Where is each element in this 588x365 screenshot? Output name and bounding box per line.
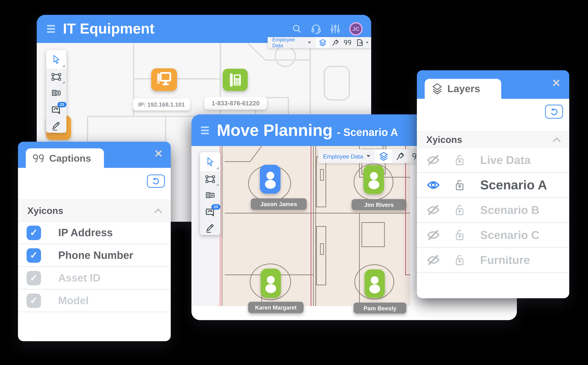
- caption-row-ip-address: ✓ IP Address: [18, 222, 171, 244]
- tool-flyout-marker: [62, 81, 65, 84]
- undo-icon: [550, 107, 559, 116]
- eye-off-icon[interactable]: [426, 254, 440, 266]
- captions-panel: Captions ✕ Xyicons ✓ IP Address ✓ Phone …: [18, 142, 171, 341]
- layers-tab[interactable]: Layers: [425, 79, 501, 99]
- unlock-icon[interactable]: [454, 154, 465, 166]
- move-window-subtitle: - Scenario A: [337, 126, 398, 139]
- select-tool[interactable]: [200, 152, 220, 171]
- markup-pencil-tool[interactable]: [200, 220, 220, 235]
- requests-count-badge: 23: [211, 204, 220, 210]
- layers-toggle-button[interactable]: [316, 37, 329, 48]
- requests-count-badge: 23: [57, 102, 66, 107]
- section-title: Xyicons: [426, 134, 462, 145]
- employee-xyicon-karen-margaret[interactable]: [261, 269, 281, 298]
- menu-icon[interactable]: [47, 25, 55, 33]
- tool-flyout-marker: [62, 64, 65, 67]
- employee-name-tag: Pam Beesly: [354, 302, 406, 314]
- eye-visible-icon[interactable]: [426, 179, 440, 191]
- undo-button[interactable]: [545, 105, 563, 119]
- captions-tab-label: Captions: [49, 153, 91, 164]
- filters-icon[interactable]: [330, 24, 340, 34]
- eye-off-icon[interactable]: [426, 229, 440, 241]
- chevron-up-icon[interactable]: [552, 137, 561, 142]
- employee-name-tag: Jason James: [251, 198, 307, 210]
- undo-button[interactable]: [147, 175, 165, 188]
- data-source-dropdown[interactable]: Employee Data: [318, 149, 375, 163]
- phone-xyicon[interactable]: [223, 69, 248, 91]
- unlock-icon[interactable]: [454, 229, 465, 241]
- computer-xyicon[interactable]: [151, 68, 177, 91]
- chevron-down-icon: [308, 42, 311, 43]
- xyicon-caption: 1-833-876-61220: [204, 97, 267, 110]
- unlock-icon[interactable]: [454, 179, 465, 191]
- eye-off-icon[interactable]: [426, 204, 440, 216]
- close-icon[interactable]: ✕: [552, 78, 561, 89]
- employee-name-tag: Jim Rivers: [352, 199, 406, 210]
- caption-row-model: ✓ Model: [18, 290, 171, 312]
- unlock-icon[interactable]: [454, 254, 465, 266]
- markup-pencil-tool[interactable]: [46, 118, 66, 133]
- format-painter-icon[interactable]: [329, 37, 342, 48]
- it-mini-toolbar: Employee Data: [268, 37, 371, 48]
- search-icon[interactable]: [292, 24, 302, 34]
- employee-name-tag: Karen Margaret: [248, 302, 304, 313]
- xyicon-caption: IP: 192.168.1.101: [133, 98, 190, 111]
- captions-toggle-icon[interactable]: [342, 37, 354, 48]
- chevron-down-icon: [366, 155, 370, 157]
- it-tool-palette: 23: [46, 50, 66, 133]
- select-tool[interactable]: [46, 50, 66, 69]
- unlock-icon[interactable]: [454, 204, 465, 216]
- marquee-select-tool[interactable]: [200, 171, 220, 187]
- section-title: Xyicons: [27, 205, 63, 216]
- it-window-title: IT Equipment: [63, 21, 154, 37]
- captions-tab[interactable]: Captions: [26, 148, 104, 168]
- avatar[interactable]: JC: [349, 22, 363, 35]
- layers-toggle-button[interactable]: [375, 149, 392, 163]
- layers-panel: Layers ✕ Xyicons: [417, 70, 569, 298]
- catalog-add-tool[interactable]: [46, 85, 66, 101]
- checkbox-disabled-icon[interactable]: ✓: [27, 294, 41, 308]
- checkbox-checked-icon[interactable]: ✓: [27, 248, 41, 263]
- employee-xyicon-jason-james[interactable]: [260, 165, 280, 194]
- layer-row-live-data: Live Data: [417, 148, 569, 173]
- captions-quote-icon: [33, 154, 44, 163]
- captions-section-header[interactable]: Xyicons: [18, 199, 171, 222]
- stage: IT Equipment: [0, 0, 588, 365]
- layer-row-furniture: Furniture: [417, 248, 569, 273]
- employee-xyicon-jim-rivers[interactable]: [363, 165, 384, 194]
- export-menu-button[interactable]: [354, 37, 371, 48]
- checkbox-disabled-icon[interactable]: ✓: [27, 271, 41, 285]
- caption-row-asset-id: ✓ Asset ID: [18, 267, 171, 290]
- layer-row-scenario-a: Scenario A: [417, 173, 569, 198]
- refresh-requests-tool[interactable]: 23: [46, 101, 66, 118]
- layer-row-scenario-c: Scenario C: [417, 223, 569, 248]
- data-source-dropdown[interactable]: Employee Data: [268, 37, 316, 48]
- eye-off-icon[interactable]: [426, 154, 440, 166]
- move-window-title: Move Planning: [217, 121, 333, 140]
- layers-tab-label: Layers: [447, 83, 480, 95]
- checkbox-checked-icon[interactable]: ✓: [27, 225, 41, 240]
- refresh-requests-tool[interactable]: 23: [200, 204, 220, 220]
- employee-xyicon-pam-beesly[interactable]: [365, 269, 385, 298]
- format-painter-icon[interactable]: [392, 149, 409, 163]
- menu-icon[interactable]: [201, 126, 209, 134]
- layer-row-scenario-b: Scenario B: [417, 198, 569, 223]
- caption-row-phone-number: ✓ Phone Number: [18, 244, 171, 267]
- support-headset-icon[interactable]: [311, 24, 321, 34]
- close-icon[interactable]: ✕: [154, 149, 163, 159]
- layers-stack-icon: [432, 83, 443, 95]
- chevron-up-icon[interactable]: [154, 208, 163, 213]
- layers-section-header[interactable]: Xyicons: [417, 131, 569, 148]
- marquee-select-tool[interactable]: [46, 69, 66, 85]
- move-tool-palette: 23: [200, 152, 220, 235]
- undo-icon: [152, 177, 160, 185]
- catalog-add-tool[interactable]: [200, 187, 220, 204]
